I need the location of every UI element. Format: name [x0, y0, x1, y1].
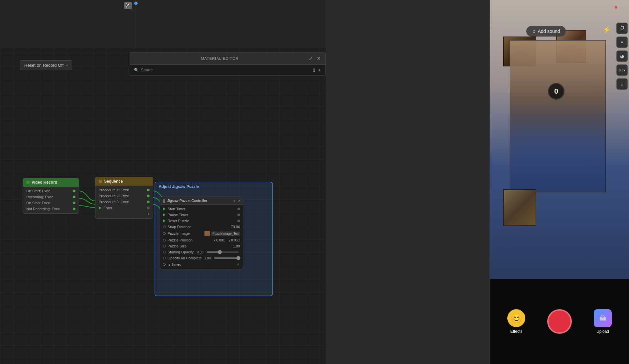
- snap-distance-value: 70.00: [231, 225, 240, 229]
- jigsaw-expand-button[interactable]: ⤢: [237, 199, 240, 203]
- number-badge: 0: [548, 83, 565, 100]
- video-record-node: Video Record On Start: Exec Recording: E…: [23, 178, 79, 214]
- opacity-complete-slider[interactable]: [214, 257, 239, 259]
- dot-icon: [147, 207, 150, 209]
- color-icon: ◕: [620, 53, 624, 59]
- jigsaw-row-puzzle-position: Puzzle Position x 0.00C y 0.00C: [160, 237, 243, 243]
- jigsaw-body: Start Timer Pause Timer Reset Puzzle: [160, 205, 243, 269]
- canvas-area: 🏁 Reset on Record Off ▾ MATERIAL EDITOR …: [0, 0, 326, 364]
- more-button[interactable]: ⌄: [616, 78, 628, 90]
- play-icon: [163, 219, 166, 223]
- node-area: Video Record On Start: Exec Recording: E…: [0, 48, 326, 364]
- chevron-down-icon: ⌄: [620, 81, 624, 87]
- node-port-enter: Enter: [95, 205, 153, 211]
- circle-icon: [163, 251, 166, 253]
- flash-button[interactable]: ⚡: [601, 24, 612, 35]
- phone-panel: 0 ♫ Add sound ⚡ ⏱ ✦ ◕ 0.5x: [489, 0, 629, 364]
- video-record-body: On Start: Exec Recording: Exec On Stop: …: [23, 187, 79, 213]
- port-dot-right: [73, 190, 75, 192]
- timeline-line: [136, 3, 136, 48]
- effects-icon: 😊: [507, 309, 525, 327]
- timer-icon: ⏱: [619, 25, 625, 31]
- image-label: PuzzleImage_Tex: [211, 231, 240, 236]
- sc-label: Sc: [621, 5, 626, 10]
- node-port-recording: Recording: Exec: [23, 194, 79, 200]
- finish-flag-icon: 🏁: [124, 2, 132, 9]
- video-record-node-header: Video Record: [23, 178, 79, 187]
- starting-opacity-slider[interactable]: [207, 251, 239, 253]
- edit-button[interactable]: ✦: [616, 37, 628, 48]
- circle-icon: [163, 232, 166, 235]
- sequence-icon: [99, 180, 102, 183]
- sequence-body: Procedure 1: Exec Procedure 2: Exec Proc…: [95, 186, 153, 218]
- jigsaw-row-snap-distance: Snap Distance 70.00: [160, 224, 243, 230]
- jigsaw-row-start-timer: Start Timer: [160, 206, 243, 212]
- play-icon: [163, 213, 166, 217]
- jigsaw-icon: ⣿: [163, 199, 165, 203]
- effects-button[interactable]: 😊 Effects: [507, 309, 525, 334]
- port-dot-right: [73, 196, 75, 198]
- speed-button[interactable]: 0.5x: [616, 64, 628, 76]
- port-dot-right: [73, 208, 75, 210]
- jigsaw-minimize-button[interactable]: ○: [233, 199, 235, 203]
- jigsaw-row-starting-opacity: Starting Opacity 0.30: [160, 249, 243, 255]
- upload-label: Upload: [596, 329, 609, 334]
- upload-button[interactable]: 🏔 Upload: [594, 309, 612, 334]
- jigsaw-title: Jigsaw Puzzle Controller: [167, 199, 231, 203]
- jigsaw-header: ⣿ Jigsaw Puzzle Controller ○ ⤢: [160, 197, 243, 205]
- play-triangle-icon: [99, 206, 101, 210]
- position-x: x 0.00C: [214, 238, 225, 242]
- circle-icon: [163, 239, 166, 241]
- photo-thumbnail-3[interactable]: [503, 189, 536, 226]
- port-dot-right: [147, 189, 150, 191]
- color-button[interactable]: ◕: [616, 50, 628, 62]
- jigsaw-controller-node: ⣿ Jigsaw Puzzle Controller ○ ⤢ Start Tim…: [160, 197, 243, 269]
- jigsaw-row-opacity-complete: Opacity on Complete 1.00: [160, 255, 243, 261]
- port-dot-right: [73, 202, 75, 204]
- node-port-not-recording: Not Recording: Exec: [23, 206, 79, 212]
- dot-icon: [237, 214, 240, 216]
- circle-icon: [163, 257, 166, 259]
- timeline-bar: 🏁: [0, 0, 326, 48]
- wand-icon: ✦: [620, 40, 624, 45]
- record-button[interactable]: [547, 309, 572, 334]
- video-record-title: Video Record: [32, 180, 57, 185]
- effects-label: Effects: [510, 329, 522, 334]
- circle-icon: [163, 226, 166, 228]
- dot-icon: [237, 220, 240, 222]
- face-overlay: [510, 40, 606, 193]
- jigsaw-row-pause-timer: Pause Timer: [160, 212, 243, 218]
- jigsaw-row-reset-puzzle: Reset Puzzle: [160, 218, 243, 224]
- timer-button[interactable]: ⏱: [616, 23, 628, 34]
- opacity-complete-value: 1.00: [204, 256, 211, 260]
- dot-icon: [237, 208, 240, 210]
- add-procedure-button[interactable]: +: [148, 212, 150, 216]
- port-dot-right: [147, 195, 150, 197]
- sequence-title: Sequence: [104, 179, 123, 184]
- status-dot: [615, 6, 617, 9]
- jigsaw-row-puzzle-size: Puzzle Size 1.00: [160, 243, 243, 249]
- jigsaw-header-btns: ○ ⤢: [233, 199, 240, 203]
- jigsaw-row-is-timed: Is Timed ✓: [160, 261, 243, 268]
- add-sound-button[interactable]: ♫ Add sound: [526, 26, 566, 37]
- speed-label: 0.5x: [619, 68, 625, 72]
- sequence-node-header: Sequence: [95, 177, 153, 186]
- starting-opacity-value: 0.30: [197, 250, 203, 254]
- port-dot-right: [147, 201, 150, 203]
- sequence-node: Sequence Procedure 1: Exec Procedure 2: …: [95, 177, 153, 219]
- is-timed-check[interactable]: ✓: [237, 262, 240, 267]
- video-record-icon: [26, 181, 30, 184]
- adjust-panel-title: Adjust Jigsaw Puzzle: [155, 182, 272, 191]
- node-port-on-start: On Start: Exec: [23, 188, 79, 194]
- node-add-row: +: [95, 211, 153, 217]
- upload-icon: 🏔: [594, 309, 612, 327]
- puzzle-size-value: 1.00: [233, 244, 240, 248]
- play-icon: [163, 207, 166, 211]
- circle-icon: [163, 245, 166, 247]
- circle-icon: [163, 263, 166, 266]
- node-port-proc3: Procedure 3: Exec: [95, 199, 153, 205]
- position-y: y 0.00C: [229, 238, 240, 242]
- image-thumb: [204, 231, 210, 236]
- node-port-proc1: Procedure 1: Exec: [95, 187, 153, 193]
- music-note-icon: ♫: [532, 29, 536, 34]
